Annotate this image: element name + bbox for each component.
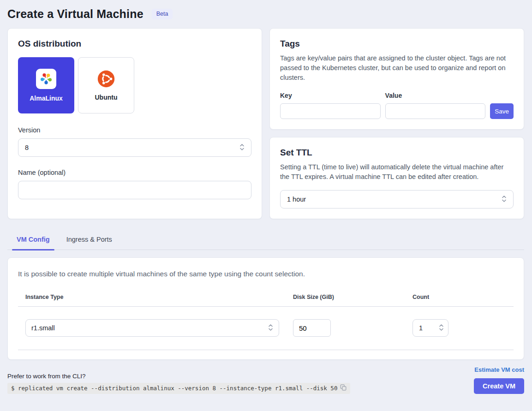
os-distribution-title: OS distribution [18, 39, 251, 49]
instance-type-cell: r1.small [18, 319, 293, 337]
count-stepper[interactable]: 1 [412, 319, 448, 337]
ubuntu-logo-icon [97, 70, 115, 88]
instance-type-value: r1.small [31, 324, 55, 332]
chevron-updown-icon [502, 195, 507, 204]
tag-key-input[interactable] [280, 103, 381, 119]
tab-ingress-ports[interactable]: Ingress & Ports [64, 231, 114, 250]
vm-name-input[interactable] [18, 181, 251, 199]
vm-table-row: r1.small 1 [18, 307, 514, 350]
create-vm-page: Create a Virtual Machine Beta OS distrib… [0, 0, 532, 411]
save-tag-button[interactable]: Save [490, 103, 514, 119]
page-title: Create a Virtual Machine [7, 7, 143, 21]
footer: Prefer to work from the CLI? $ replicate… [7, 366, 524, 394]
ttl-description: Setting a TTL (time to live) will automa… [280, 162, 514, 182]
disk-size-input[interactable] [293, 319, 331, 337]
column-header-disk-size: Disk Size (GiB) [293, 294, 412, 300]
tags-card: Tags Tags are key/value pairs that are a… [269, 28, 524, 130]
estimate-vm-cost-link[interactable]: Estimate VM cost [474, 366, 524, 373]
column-header-count: Count [412, 294, 514, 300]
chevron-updown-icon [268, 323, 273, 333]
almalinux-logo-icon [36, 69, 56, 89]
chevron-updown-icon [239, 143, 245, 153]
vm-config-card: It is possible to create multiple virtua… [7, 257, 524, 360]
ttl-title: Set TTL [280, 148, 514, 158]
tags-title: Tags [280, 39, 514, 49]
os-tile-label: AlmaLinux [30, 95, 63, 102]
tab-bar: VM Config Ingress & Ports [7, 231, 524, 250]
tag-value-label: Value [385, 92, 486, 99]
tab-vm-config[interactable]: VM Config [14, 231, 52, 250]
tag-value-input[interactable] [385, 103, 486, 119]
vm-name-label: Name (optional) [18, 169, 251, 176]
cli-prompt-text: Prefer to work from the CLI? [7, 373, 474, 380]
os-tiles: AlmaLinux [18, 57, 251, 113]
tags-description: Tags are key/value pairs that are assign… [280, 54, 514, 83]
cli-command-text: $ replicated vm create --distribution al… [11, 385, 337, 392]
ttl-select-value: 1 hour [287, 196, 306, 203]
os-tile-label: Ubuntu [95, 94, 118, 101]
top-cards-row: OS distribution [7, 28, 524, 219]
chevron-updown-icon [439, 323, 444, 333]
cli-section: Prefer to work from the CLI? $ replicate… [7, 373, 474, 394]
page-header: Create a Virtual Machine Beta [7, 6, 524, 21]
cli-command-snippet: $ replicated vm create --distribution al… [7, 383, 350, 394]
create-vm-button[interactable]: Create VM [474, 378, 524, 394]
ttl-card: Set TTL Setting a TTL (time to live) wil… [269, 137, 524, 219]
tag-value-column: Value [385, 92, 486, 119]
ttl-select[interactable]: 1 hour [280, 190, 514, 208]
count-cell: 1 [412, 319, 514, 337]
count-value: 1 [419, 324, 423, 332]
tags-fields: Key Value Save [280, 92, 514, 119]
right-column: Tags Tags are key/value pairs that are a… [269, 28, 524, 219]
instance-type-select[interactable]: r1.small [25, 319, 279, 337]
tag-key-label: Key [280, 92, 381, 99]
os-tile-ubuntu[interactable]: Ubuntu [78, 57, 134, 113]
version-select[interactable]: 8 [18, 138, 251, 157]
vm-table-header: Instance Type Disk Size (GiB) Count [18, 294, 514, 307]
beta-badge: Beta [152, 9, 173, 19]
version-label: Version [18, 126, 251, 134]
os-tile-almalinux[interactable]: AlmaLinux [18, 57, 74, 113]
vm-config-intro: It is possible to create multiple virtua… [18, 270, 514, 278]
footer-actions: Estimate VM cost Create VM [474, 366, 524, 394]
os-distribution-card: OS distribution [7, 28, 262, 219]
tag-key-column: Key [280, 92, 381, 119]
copy-icon[interactable] [340, 384, 347, 392]
disk-size-cell [293, 319, 412, 337]
version-select-value: 8 [25, 144, 29, 151]
column-header-instance-type: Instance Type [18, 294, 293, 300]
